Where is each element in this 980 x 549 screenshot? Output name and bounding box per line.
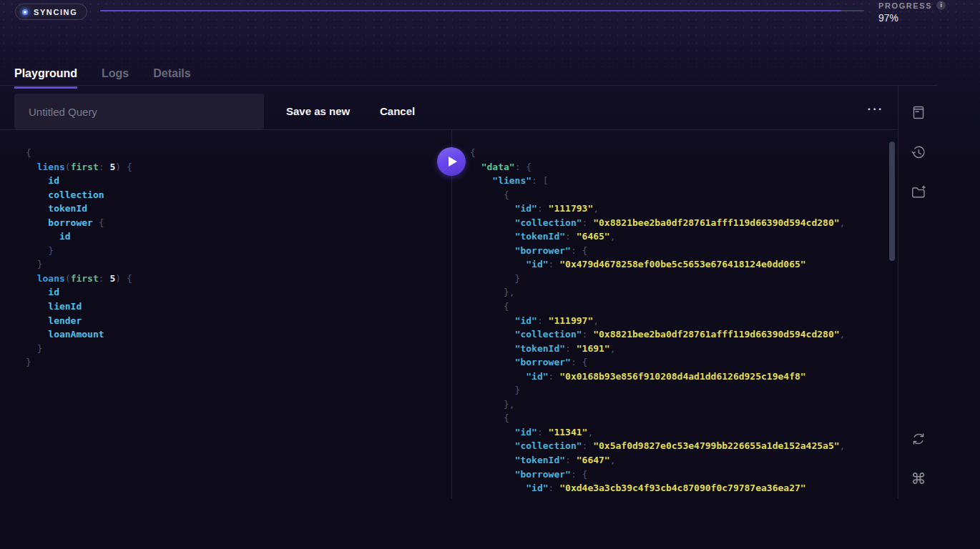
code-line: id: [26, 174, 451, 188]
progress-summary: PROGRESS i 97%: [878, 1, 946, 24]
code-line: {: [26, 146, 451, 160]
code-line: "collection": "0x8821bee2ba0df28761afff1…: [470, 327, 889, 342]
code-line: collection: [26, 188, 451, 202]
query-name-input[interactable]: [14, 94, 264, 129]
sync-progress-bar: [100, 10, 864, 11]
code-line: id: [26, 229, 451, 244]
code-line: "id": "0x0168b93e856f910208d4ad1dd6126d9…: [470, 370, 889, 384]
background-dot-texture: [0, 0, 980, 107]
play-icon: [449, 157, 457, 167]
syncing-status-badge: SYNCING: [15, 4, 87, 20]
query-editor-code: { liens(first: 5) { id collection tokenI…: [26, 146, 451, 370]
command-glyph: ⌘: [911, 470, 926, 488]
results-viewer[interactable]: { "data": { "liens": [ { "id": "111793",…: [452, 130, 889, 498]
code-line: "borrower": {: [470, 355, 889, 370]
code-line: "tokenId": "6647",: [470, 453, 889, 468]
code-line: "id": "111997",: [470, 314, 889, 328]
query-editor[interactable]: { liens(first: 5) { id collection tokenI…: [0, 130, 451, 498]
code-line: loanAmount: [26, 327, 451, 342]
code-line: lienId: [26, 300, 451, 314]
code-line: },: [470, 285, 889, 300]
progress-label: PROGRESS: [878, 1, 932, 10]
code-line: {: [470, 146, 889, 160]
code-line: }: [470, 272, 889, 286]
code-line: {: [470, 300, 889, 314]
cancel-button[interactable]: Cancel: [380, 105, 415, 117]
save-as-new-button[interactable]: Save as new: [286, 105, 350, 117]
saved-queries-icon[interactable]: [910, 104, 927, 121]
history-icon[interactable]: [910, 144, 927, 161]
code-line: tokenId: [26, 202, 451, 216]
code-line: "id": "0xd4e3a3cb39c4f93cb4c87090f0c7978…: [470, 481, 889, 495]
more-options-button[interactable]: ···: [863, 102, 888, 117]
code-line: "id": "0x479d4678258ef00be5c5653e6764181…: [470, 257, 889, 272]
playground-app: SYNCING PROGRESS i 97% Playground Logs D…: [0, 0, 980, 549]
code-line: liens(first: 5) {: [26, 160, 451, 174]
tab-playground[interactable]: Playground: [14, 67, 77, 89]
code-line: "id": "111793",: [470, 202, 889, 216]
code-line: lender: [26, 314, 451, 328]
code-line: }: [26, 244, 451, 258]
code-line: "borrower": {: [470, 244, 889, 258]
run-query-button[interactable]: [437, 147, 466, 176]
new-collection-icon[interactable]: [910, 184, 927, 201]
code-line: }: [26, 257, 451, 272]
code-line: "collection": "0x5af0d9827e0c53e4799bb22…: [470, 439, 889, 453]
code-line: borrower {: [26, 216, 451, 230]
code-line: }: [26, 342, 451, 356]
tab-bar: Playground Logs Details: [14, 67, 191, 89]
tab-details[interactable]: Details: [153, 67, 190, 89]
code-line: "tokenId": "1691",: [470, 342, 889, 356]
progress-percentage: 97%: [878, 12, 946, 24]
code-line: "collection": "0x8821bee2ba0df28761afff1…: [470, 216, 889, 230]
results-code: { "data": { "liens": [ { "id": "111793",…: [470, 146, 889, 495]
tab-logs[interactable]: Logs: [102, 67, 129, 89]
code-line: loans(first: 5) {: [26, 272, 451, 286]
results-scrollbar[interactable]: [889, 142, 895, 261]
code-line: "data": {: [470, 160, 889, 174]
code-line: id: [26, 285, 451, 300]
code-line: {: [470, 188, 889, 202]
code-line: }: [26, 355, 451, 370]
refresh-icon[interactable]: [910, 430, 927, 447]
sync-progress-fill: [100, 10, 841, 11]
code-line: "id": "11341",: [470, 425, 889, 440]
code-line: {: [470, 411, 889, 425]
code-line: "tokenId": "6465",: [470, 229, 889, 244]
syncing-label: SYNCING: [34, 8, 77, 16]
keyboard-shortcuts-icon[interactable]: ⌘: [910, 470, 927, 488]
info-icon[interactable]: i: [936, 1, 946, 10]
code-line: },: [470, 397, 889, 412]
code-line: "liens": [: [470, 174, 889, 188]
code-line: }: [470, 383, 889, 397]
rail-divider: [898, 85, 898, 498]
syncing-dot-icon: [22, 9, 28, 15]
code-line: "borrower": {: [470, 468, 889, 482]
